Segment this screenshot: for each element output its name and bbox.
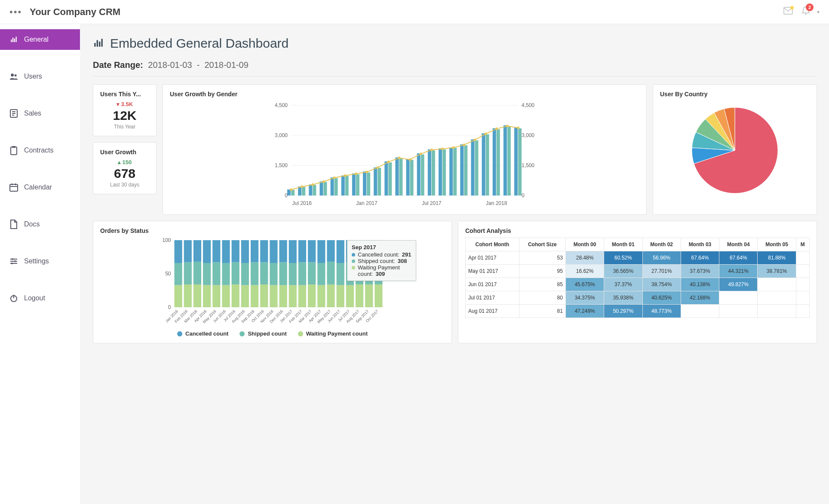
- svg-rect-120: [175, 240, 182, 263]
- svg-rect-14: [10, 184, 18, 191]
- sidebar-item-general[interactable]: General: [0, 29, 80, 50]
- menu-dots-icon[interactable]: •••: [9, 6, 22, 18]
- svg-rect-71: [442, 150, 446, 195]
- sidebar-item-label: Sales: [24, 110, 41, 117]
- cohort-cell: [796, 305, 809, 318]
- svg-rect-81: [497, 129, 500, 195]
- svg-rect-27: [97, 40, 98, 46]
- svg-rect-147: [241, 263, 249, 285]
- svg-rect-164: [279, 240, 287, 262]
- svg-text:100: 100: [162, 238, 171, 243]
- svg-rect-139: [222, 263, 230, 285]
- sidebar-item-label: Logout: [24, 294, 45, 302]
- svg-point-92: [355, 173, 357, 175]
- cohort-cell: [719, 305, 758, 318]
- cohort-table-scroll[interactable]: Cohort MonthCohort SizeMonth 00Month 01M…: [465, 238, 810, 318]
- svg-rect-119: [175, 263, 182, 285]
- cohort-cell: 38.754%: [642, 278, 681, 291]
- svg-rect-176: [308, 240, 316, 262]
- cohort-cell: [719, 291, 758, 305]
- card-title: User By Country: [660, 91, 810, 98]
- svg-text:3,000: 3,000: [522, 132, 534, 138]
- cohort-header: Month 01: [604, 238, 642, 251]
- sidebar-item-users[interactable]: Users: [0, 66, 80, 87]
- cohort-size: 95: [519, 265, 565, 278]
- svg-point-100: [441, 148, 444, 150]
- svg-rect-123: [184, 262, 192, 284]
- chevron-down-icon[interactable]: ▾: [817, 9, 820, 15]
- svg-rect-45: [302, 187, 305, 195]
- svg-rect-72: [449, 147, 453, 195]
- bell-icon[interactable]: 2: [801, 6, 810, 18]
- svg-rect-182: [327, 284, 335, 307]
- stat-user-growth: User Growth ▴ 150 678 Last 30 days: [93, 142, 157, 194]
- svg-rect-68: [428, 150, 431, 195]
- cohort-header: Cohort Month: [466, 238, 519, 251]
- svg-rect-62: [395, 157, 399, 195]
- cohort-header: Month 00: [565, 238, 604, 251]
- stat-value: 678: [100, 166, 149, 181]
- cohort-header: Cohort Size: [519, 238, 565, 251]
- sidebar-item-label: Users: [24, 73, 42, 80]
- svg-point-19: [12, 258, 13, 260]
- svg-rect-28: [99, 41, 100, 46]
- sidebar-item-docs[interactable]: Docs: [0, 214, 80, 235]
- svg-text:0: 0: [168, 304, 171, 310]
- svg-rect-148: [241, 240, 249, 263]
- svg-rect-174: [308, 284, 316, 307]
- growth-chart[interactable]: 001,5001,5003,0003,0004,5004,500Jul 2016…: [170, 101, 639, 208]
- orders-chart-card: Orders by Status 050100Jan 2016Feb 2016M…: [93, 221, 452, 343]
- svg-text:1,500: 1,500: [522, 162, 534, 168]
- mail-icon[interactable]: [783, 7, 793, 17]
- svg-point-105: [495, 128, 498, 130]
- svg-point-106: [506, 125, 509, 127]
- sidebar-item-contracts[interactable]: Contracts: [0, 140, 80, 161]
- svg-rect-77: [475, 141, 478, 195]
- svg-rect-158: [270, 285, 277, 307]
- card-title: Orders by Status: [100, 227, 445, 234]
- svg-rect-13: [12, 146, 15, 148]
- sidebar-item-settings[interactable]: Settings: [0, 251, 80, 272]
- svg-point-91: [344, 174, 347, 177]
- svg-rect-138: [222, 285, 230, 307]
- cohort-cell: 67.64%: [719, 251, 758, 265]
- sidebar-item-logout[interactable]: Logout: [0, 288, 80, 309]
- cohort-cell: 37.37%: [604, 278, 642, 291]
- svg-text:50: 50: [165, 271, 171, 277]
- svg-rect-54: [352, 174, 356, 195]
- date-to: 2018-01-09: [204, 60, 248, 70]
- power-icon: [9, 294, 18, 302]
- svg-rect-50: [331, 177, 334, 195]
- date-range: Date Range: 2018-01-03 - 2018-01-09: [93, 60, 817, 70]
- stat-sub: This Year: [100, 124, 149, 130]
- svg-rect-175: [308, 262, 316, 284]
- sidebar-item-sales[interactable]: Sales: [0, 103, 80, 124]
- svg-rect-65: [410, 160, 414, 195]
- svg-text:3,000: 3,000: [275, 132, 288, 138]
- svg-point-88: [311, 183, 314, 186]
- tooltip-title: Sep 2017: [352, 244, 411, 250]
- svg-rect-170: [298, 285, 306, 307]
- svg-text:Jan 2017: Jan 2017: [356, 200, 378, 206]
- svg-rect-127: [193, 262, 201, 284]
- svg-rect-80: [493, 128, 496, 195]
- svg-rect-146: [241, 285, 249, 307]
- svg-rect-59: [378, 168, 381, 195]
- country-pie-chart[interactable]: [688, 103, 782, 198]
- cohort-header: Month 05: [758, 238, 796, 251]
- svg-rect-134: [212, 285, 220, 307]
- svg-rect-2: [11, 40, 12, 42]
- cohort-cell: 28.48%: [565, 251, 604, 265]
- cohort-header: Month 04: [719, 238, 758, 251]
- svg-rect-57: [367, 172, 370, 195]
- top-bar: ••• Your Company CRM 2 ▾: [0, 0, 829, 24]
- sidebar-item-calendar[interactable]: Calendar: [0, 177, 80, 198]
- svg-rect-84: [514, 127, 518, 195]
- svg-rect-46: [309, 184, 312, 195]
- cohort-cell: 37.673%: [681, 265, 719, 278]
- stat-title: Users This Y...: [100, 91, 149, 98]
- svg-text:4,500: 4,500: [275, 102, 288, 108]
- cohort-size: 85: [519, 278, 565, 291]
- notif-badge: 2: [806, 3, 814, 11]
- svg-rect-150: [251, 285, 258, 307]
